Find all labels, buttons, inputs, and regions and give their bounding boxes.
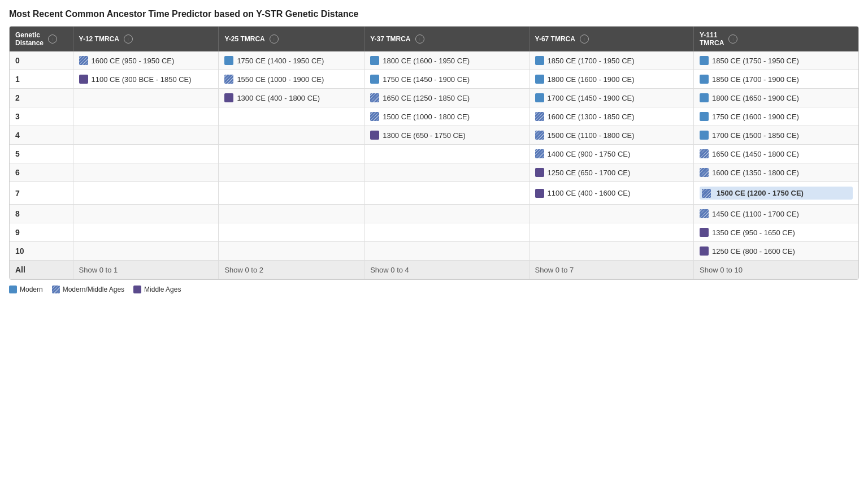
cell-type-icon	[535, 112, 544, 121]
th-y37: Y-37 TMRCA i	[364, 27, 529, 51]
cell-text: 1500 CE (1200 - 1750 CE)	[714, 188, 806, 198]
cell-type-icon	[700, 209, 709, 218]
cell-type-icon	[700, 93, 709, 102]
info-icon-y25[interactable]: i	[270, 34, 279, 44]
cell-text: 1550 CE (1000 - 1900 CE)	[237, 75, 324, 84]
show-link[interactable]: Show 0 to 7	[535, 266, 574, 274]
cell-value: 1750 CE (1600 - 1900 CE)	[700, 112, 853, 121]
cell-value: 1800 CE (1600 - 1900 CE)	[535, 75, 688, 84]
all-cell-y37[interactable]: Show 0 to 4	[364, 261, 529, 279]
cell-value: 1800 CE (1600 - 1950 CE)	[370, 56, 523, 65]
cell-text: 1750 CE (1600 - 1900 CE)	[712, 113, 799, 121]
cell-type-icon	[700, 247, 709, 256]
cell-value: 1700 CE (1500 - 1850 CE)	[700, 131, 853, 140]
cell-value: 1450 CE (1100 - 1700 CE)	[700, 209, 853, 218]
cell-y25: 1750 CE (1400 - 1950 CE)	[219, 51, 364, 70]
cell-value: 1500 CE (1000 - 1800 CE)	[370, 112, 523, 121]
cell-type-icon	[370, 93, 379, 102]
cell-text: 1700 CE (1500 - 1850 CE)	[712, 131, 799, 140]
cell-value: 1100 CE (400 - 1600 CE)	[535, 189, 688, 198]
th-y111: Y-111TMRCA i	[694, 27, 858, 51]
distance-cell: 0	[10, 51, 73, 70]
cell-value: 1400 CE (900 - 1750 CE)	[535, 149, 688, 158]
all-cell-y25[interactable]: Show 0 to 2	[219, 261, 364, 279]
cell-y12	[73, 163, 219, 182]
cell-y37: 1750 CE (1450 - 1900 CE)	[364, 70, 529, 89]
cell-value: 1250 CE (800 - 1600 CE)	[700, 247, 853, 256]
main-table-wrapper: GeneticDistance i Y-12 TMRCA i Y-25 TMRC…	[9, 26, 859, 280]
distance-cell: 6	[10, 163, 73, 182]
cell-y67: 1800 CE (1600 - 1900 CE)	[529, 70, 693, 89]
cell-y25: 1550 CE (1000 - 1900 CE)	[219, 70, 364, 89]
cell-value: 1750 CE (1400 - 1950 CE)	[224, 56, 358, 65]
cell-y111: 1750 CE (1600 - 1900 CE)	[694, 107, 858, 126]
cell-y67	[529, 223, 693, 242]
cell-text: 1400 CE (900 - 1750 CE)	[548, 150, 631, 158]
legend-item-middle: Middle Ages	[133, 286, 181, 293]
legend-item-modern: Modern	[9, 286, 43, 293]
show-link[interactable]: Show 0 to 2	[224, 266, 263, 274]
cell-text: 1850 CE (1700 - 1950 CE)	[548, 57, 635, 65]
cell-y25	[219, 163, 364, 182]
show-link[interactable]: Show 0 to 4	[370, 266, 409, 274]
cell-text: 1750 CE (1450 - 1900 CE)	[383, 75, 470, 84]
distance-cell: 8	[10, 205, 73, 223]
distance-cell: 9	[10, 223, 73, 242]
info-icon-y111[interactable]: i	[728, 34, 737, 44]
cell-value: 1500 CE (1100 - 1800 CE)	[535, 131, 688, 140]
cell-y67	[529, 242, 693, 261]
table-row: 01600 CE (950 - 1950 CE)1750 CE (1400 - …	[10, 51, 858, 70]
cell-text: 1100 CE (300 BCE - 1850 CE)	[92, 75, 192, 84]
cell-value: 1750 CE (1450 - 1900 CE)	[370, 75, 523, 84]
cell-text: 1850 CE (1700 - 1900 CE)	[712, 75, 799, 84]
info-icon-y37[interactable]: i	[415, 34, 424, 44]
th-genetic-distance: GeneticDistance i	[10, 27, 73, 51]
tmrca-table: GeneticDistance i Y-12 TMRCA i Y-25 TMRC…	[10, 27, 858, 279]
cell-y37: 1800 CE (1600 - 1950 CE)	[364, 51, 529, 70]
table-row: 51400 CE (900 - 1750 CE)1650 CE (1450 - …	[10, 145, 858, 163]
all-cell-y67[interactable]: Show 0 to 7	[529, 261, 693, 279]
cell-text: 1750 CE (1400 - 1950 CE)	[237, 57, 324, 65]
th-y111-label: Y-111TMRCA	[700, 31, 724, 47]
show-link[interactable]: Show 0 to 1	[79, 266, 118, 274]
cell-y25	[219, 223, 364, 242]
cell-type-icon	[370, 131, 379, 140]
cell-y67	[529, 205, 693, 223]
cell-y37	[364, 163, 529, 182]
cell-type-icon	[370, 112, 379, 121]
cell-type-icon	[535, 168, 544, 177]
info-icon-y12[interactable]: i	[124, 34, 133, 44]
cell-type-icon	[224, 56, 233, 65]
cell-value: 1500 CE (1200 - 1750 CE)	[700, 187, 853, 200]
cell-type-icon	[700, 149, 709, 158]
header-row: GeneticDistance i Y-12 TMRCA i Y-25 TMRC…	[10, 27, 858, 51]
info-icon-genetic-distance[interactable]: i	[48, 34, 57, 44]
legend-item-modern-middle: Modern/Middle Ages	[52, 286, 124, 293]
table-row: 71100 CE (400 - 1600 CE)1500 CE (1200 - …	[10, 182, 858, 205]
cell-y37	[364, 205, 529, 223]
cell-type-icon	[700, 75, 709, 84]
table-row: 31500 CE (1000 - 1800 CE)1600 CE (1300 -…	[10, 107, 858, 126]
show-link[interactable]: Show 0 to 10	[700, 266, 743, 274]
th-y12-label: Y-12 TMRCA	[79, 35, 119, 43]
cell-value: 1650 CE (1250 - 1850 CE)	[370, 93, 523, 102]
cell-y67: 1100 CE (400 - 1600 CE)	[529, 182, 693, 205]
info-icon-y67[interactable]: i	[580, 34, 589, 44]
all-cell-y12[interactable]: Show 0 to 1	[73, 261, 219, 279]
cell-y111: 1650 CE (1450 - 1800 CE)	[694, 145, 858, 163]
legend-icon-middle	[133, 286, 141, 293]
table-row: 81450 CE (1100 - 1700 CE)	[10, 205, 858, 223]
cell-y12	[73, 126, 219, 145]
cell-y37	[364, 242, 529, 261]
table-header: GeneticDistance i Y-12 TMRCA i Y-25 TMRC…	[10, 27, 858, 51]
cell-text: 1250 CE (800 - 1600 CE)	[712, 247, 795, 256]
cell-y12	[73, 205, 219, 223]
all-cell-y111[interactable]: Show 0 to 10	[694, 261, 858, 279]
distance-cell: 4	[10, 126, 73, 145]
cell-y67: 1600 CE (1300 - 1850 CE)	[529, 107, 693, 126]
distance-cell: 5	[10, 145, 73, 163]
cell-y37: 1300 CE (650 - 1750 CE)	[364, 126, 529, 145]
cell-value: 1850 CE (1750 - 1950 CE)	[700, 56, 853, 65]
cell-value: 1850 CE (1700 - 1950 CE)	[535, 56, 688, 65]
cell-y37: 1650 CE (1250 - 1850 CE)	[364, 89, 529, 107]
